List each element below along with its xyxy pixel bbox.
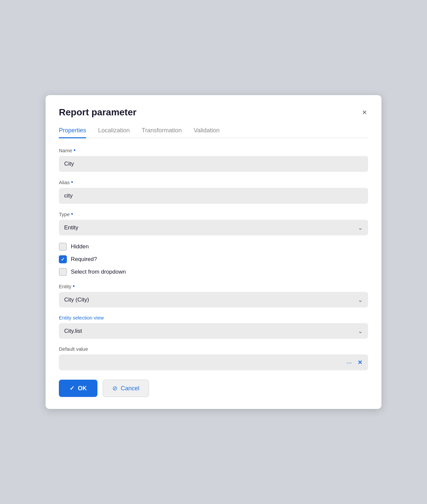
dots-button[interactable]: ···: [344, 358, 354, 367]
alias-field-group: Alias •: [59, 179, 368, 204]
default-value-label: Default value: [59, 346, 368, 352]
type-field-group: Type • Entity String Integer Boolean Dat…: [59, 211, 368, 235]
cancel-button[interactable]: ⊘ Cancel: [103, 380, 149, 397]
alias-required-dot: •: [71, 179, 73, 185]
tab-validation[interactable]: Validation: [194, 127, 219, 138]
hidden-label: Hidden: [71, 243, 89, 250]
type-label: Type •: [59, 211, 368, 217]
default-value-input[interactable]: [59, 354, 344, 370]
name-field-group: Name •: [59, 147, 368, 172]
hidden-checkbox-item[interactable]: Hidden: [59, 243, 368, 251]
cancel-icon: ⊘: [112, 385, 117, 392]
alias-input[interactable]: [59, 188, 368, 204]
default-value-input-wrapper: ··· ×: [59, 354, 368, 370]
dialog-header: Report parameter ×: [59, 107, 368, 118]
default-value-group: Default value ··· ×: [59, 346, 368, 370]
required-label: Required?: [71, 256, 97, 263]
entity-selection-view-group: Entity selection view City.list ⌄: [59, 315, 368, 339]
entity-select[interactable]: City (City): [59, 292, 368, 308]
entity-field-group: Entity • City (City) ⌄: [59, 283, 368, 308]
dialog-footer: ✓ OK ⊘ Cancel: [59, 380, 368, 397]
dialog-title: Report parameter: [59, 107, 136, 118]
entity-required-dot: •: [73, 283, 75, 289]
required-checkbox-item[interactable]: Required?: [59, 255, 368, 263]
select-from-dropdown-label: Select from dropdown: [71, 269, 126, 275]
default-value-actions: ··· ×: [344, 357, 368, 367]
entity-selection-view-select[interactable]: City.list: [59, 323, 368, 339]
entity-selection-view-wrapper: City.list ⌄: [59, 323, 368, 339]
tabs: Properties Localization Transformation V…: [59, 127, 368, 138]
type-select-wrapper: Entity String Integer Boolean Date ⌄: [59, 220, 368, 235]
ok-check-icon: ✓: [70, 385, 74, 392]
clear-default-button[interactable]: ×: [356, 357, 364, 367]
type-select[interactable]: Entity String Integer Boolean Date: [59, 220, 368, 235]
hidden-checkbox[interactable]: [59, 243, 67, 251]
tab-properties[interactable]: Properties: [59, 127, 86, 138]
checkboxes-group: Hidden Required? Select from dropdown: [59, 243, 368, 276]
name-required-dot: •: [73, 147, 75, 153]
required-checkbox[interactable]: [59, 255, 67, 263]
alias-label: Alias •: [59, 179, 368, 185]
type-required-dot: •: [71, 211, 73, 217]
ok-button[interactable]: ✓ OK: [59, 380, 97, 397]
close-button[interactable]: ×: [361, 107, 368, 118]
tab-transformation[interactable]: Transformation: [142, 127, 182, 138]
select-from-dropdown-checkbox-item[interactable]: Select from dropdown: [59, 268, 368, 276]
name-input[interactable]: [59, 156, 368, 172]
tab-localization[interactable]: Localization: [98, 127, 130, 138]
entity-selection-view-label: Entity selection view: [59, 315, 368, 320]
name-label: Name •: [59, 147, 368, 153]
entity-select-wrapper: City (City) ⌄: [59, 292, 368, 308]
select-from-dropdown-checkbox[interactable]: [59, 268, 67, 276]
report-parameter-dialog: Report parameter × Properties Localizati…: [46, 95, 381, 409]
entity-label: Entity •: [59, 283, 368, 289]
